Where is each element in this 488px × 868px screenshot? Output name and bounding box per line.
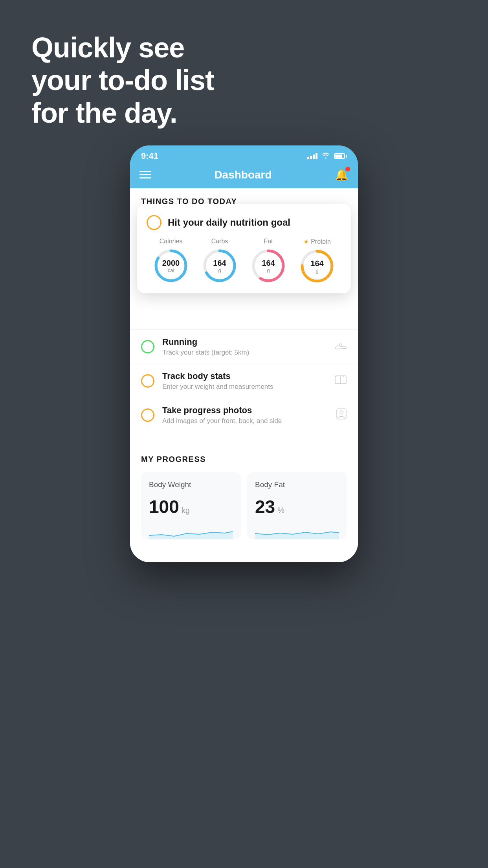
notification-bell-button[interactable]: 🔔 bbox=[335, 168, 349, 181]
body-weight-value-row: 100 kg bbox=[149, 496, 233, 517]
todo-title-photos: Take progress photos bbox=[162, 405, 328, 416]
progress-section: MY PROGRESS Body Weight 100 kg bbox=[130, 444, 358, 550]
calories-value: 2000 bbox=[162, 259, 180, 267]
todo-circle-running bbox=[141, 340, 154, 353]
body-weight-unit: kg bbox=[182, 506, 190, 515]
svg-marker-15 bbox=[255, 532, 339, 539]
scale-icon bbox=[334, 374, 347, 388]
progress-header: MY PROGRESS bbox=[141, 455, 347, 464]
protein-ring: 164 g bbox=[299, 248, 335, 284]
carbs-ring: 164 g bbox=[202, 248, 237, 283]
todo-item-body-stats[interactable]: Track body stats Enter your weight and m… bbox=[130, 364, 358, 398]
todo-text-body-stats: Track body stats Enter your weight and m… bbox=[162, 371, 327, 391]
menu-button[interactable] bbox=[139, 171, 151, 178]
todo-subtitle-running: Track your stats (target: 5km) bbox=[162, 349, 327, 357]
notification-dot bbox=[345, 167, 350, 171]
fat-label: Fat bbox=[264, 238, 273, 245]
calories-ring: 2000 cal bbox=[153, 248, 189, 283]
body-fat-value-row: 23 % bbox=[255, 496, 339, 517]
fat-ring: 164 g bbox=[251, 248, 286, 283]
status-icons bbox=[307, 152, 347, 161]
calories-unit: cal bbox=[162, 267, 180, 273]
body-fat-title: Body Fat bbox=[255, 480, 339, 489]
body-fat-chart bbox=[255, 524, 339, 539]
protein-star-icon: ★ bbox=[303, 238, 309, 245]
protein-value: 164 bbox=[310, 259, 323, 268]
body-weight-title: Body Weight bbox=[149, 480, 233, 489]
fat-unit: g bbox=[262, 267, 275, 273]
carbs-unit: g bbox=[213, 267, 226, 273]
headline-line2: your to-do list bbox=[31, 64, 214, 97]
battery-icon bbox=[334, 153, 347, 159]
signal-bars-icon bbox=[307, 153, 317, 159]
headline-line3: for the day. bbox=[31, 97, 214, 129]
status-bar: 9:41 bbox=[130, 145, 358, 164]
todo-item-photos[interactable]: Take progress photos Add images of your … bbox=[130, 398, 358, 432]
headline-line1: Quickly see bbox=[31, 31, 214, 64]
person-icon bbox=[336, 408, 347, 423]
todo-text-running: Running Track your stats (target: 5km) bbox=[162, 337, 327, 357]
todo-title-running: Running bbox=[162, 337, 327, 347]
todo-title-body-stats: Track body stats bbox=[162, 371, 327, 381]
svg-point-13 bbox=[340, 411, 343, 414]
todo-circle-nutrition[interactable] bbox=[147, 215, 161, 230]
todo-item-running[interactable]: Running Track your stats (target: 5km) bbox=[130, 329, 358, 364]
todo-subtitle-photos: Add images of your front, back, and side bbox=[162, 417, 328, 425]
body-fat-card[interactable]: Body Fat 23 % bbox=[247, 472, 347, 539]
progress-cards: Body Weight 100 kg Body Fat bbox=[141, 472, 347, 539]
protein-unit: g bbox=[310, 268, 323, 274]
todo-list: Running Track your stats (target: 5km) T… bbox=[130, 326, 358, 432]
protein-label: ★ Protein bbox=[303, 238, 331, 245]
todo-text-photos: Take progress photos Add images of your … bbox=[162, 405, 328, 425]
calories-label: Calories bbox=[160, 238, 183, 245]
calories-ring-item: Calories 2000 cal bbox=[153, 238, 189, 283]
content-area: THINGS TO DO TODAY Hit your daily nutrit… bbox=[130, 188, 358, 562]
nutrition-card-title: Hit your daily nutrition goal bbox=[168, 217, 290, 228]
body-weight-value: 100 bbox=[149, 496, 179, 517]
headline: Quickly see your to-do list for the day. bbox=[31, 31, 214, 129]
body-fat-unit: % bbox=[277, 506, 284, 515]
fat-value: 164 bbox=[262, 259, 275, 267]
carbs-ring-item: Carbs 164 g bbox=[202, 238, 237, 283]
todo-circle-body-stats bbox=[141, 374, 154, 388]
carbs-label: Carbs bbox=[211, 238, 228, 245]
wifi-icon bbox=[321, 152, 330, 161]
body-fat-value: 23 bbox=[255, 496, 275, 517]
body-weight-chart bbox=[149, 524, 233, 539]
nav-bar: Dashboard 🔔 bbox=[130, 164, 358, 188]
phone-mockup: 9:41 bbox=[130, 145, 358, 562]
todo-subtitle-body-stats: Enter your weight and measurements bbox=[162, 383, 327, 391]
protein-ring-item: ★ Protein 164 g bbox=[299, 238, 335, 284]
nutrition-card: Hit your daily nutrition goal Calories 2… bbox=[137, 204, 351, 293]
phone-bottom bbox=[130, 550, 358, 562]
shoe-icon bbox=[334, 340, 347, 353]
status-time: 9:41 bbox=[141, 151, 158, 161]
fat-ring-item: Fat 164 g bbox=[251, 238, 286, 283]
nutrition-rings: Calories 2000 cal Carbs bbox=[147, 238, 341, 284]
body-weight-card[interactable]: Body Weight 100 kg bbox=[141, 472, 241, 539]
carbs-value: 164 bbox=[213, 259, 226, 267]
todo-circle-photos bbox=[141, 408, 154, 422]
nav-title: Dashboard bbox=[214, 169, 272, 181]
